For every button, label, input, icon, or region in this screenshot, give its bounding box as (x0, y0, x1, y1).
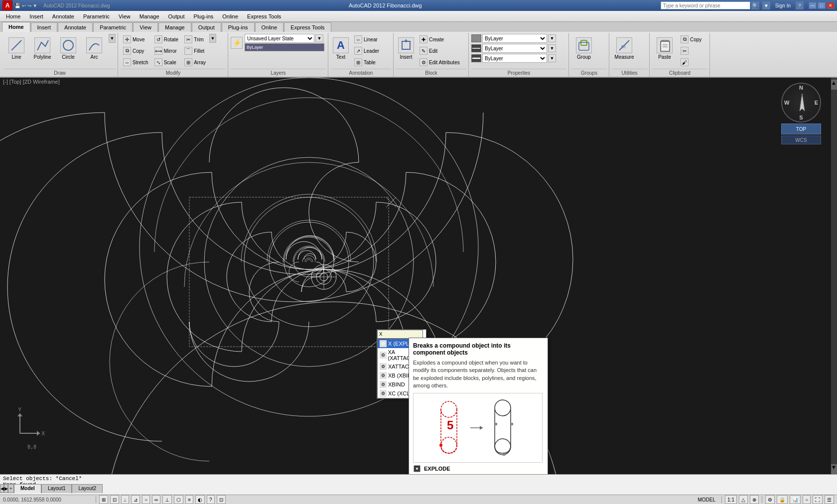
copy-button[interactable]: ⧉ Copy (121, 45, 151, 56)
isolate-objects[interactable]: ○ (803, 495, 811, 504)
color-swatch[interactable] (471, 34, 481, 42)
mirror-button[interactable]: ⟺ Mirror (152, 45, 181, 56)
tab-layout1[interactable]: Layout1 (41, 484, 72, 493)
tab-left-arrow[interactable]: ◀ (0, 484, 4, 493)
search-button[interactable]: 🔍 (751, 1, 759, 9)
lineweight-dropdown[interactable]: ByLayer (482, 54, 547, 63)
measure-button[interactable]: m Measure (612, 34, 637, 63)
tab-plugins[interactable]: Plug-ins (222, 22, 255, 32)
sign-in[interactable]: Sign In (775, 3, 791, 8)
linear-button[interactable]: ↔ Linear (352, 34, 382, 45)
copy-clip-button[interactable]: ⧉ Copy (678, 34, 704, 45)
app-icon[interactable]: A (2, 0, 12, 10)
grid-toggle[interactable]: ⊡ (110, 495, 119, 504)
ortho-toggle[interactable]: ⟂ (121, 495, 129, 504)
wcs-button[interactable]: WCS (781, 135, 821, 144)
customize-status[interactable]: ☰ (825, 495, 834, 504)
tab-manage[interactable]: Manage (158, 22, 191, 32)
move-button[interactable]: ✛ Move (121, 34, 151, 45)
tab-right-arrow[interactable]: ▶ (4, 484, 8, 493)
transparency-toggle[interactable]: ◐ (195, 495, 205, 504)
workspace-selector[interactable]: AutoCAD 2012 Fibonacci.dwg (43, 3, 110, 8)
menu-insert[interactable]: Insert (25, 12, 47, 20)
leader-button[interactable]: ↗ Leader (352, 45, 382, 56)
scroll-up-button[interactable]: ▲ (831, 80, 837, 90)
polar-toggle[interactable]: ⊿ (131, 495, 140, 504)
menu-view[interactable]: View (115, 12, 135, 20)
paste-button[interactable]: Paste (652, 34, 677, 63)
menu-manage[interactable]: Manage (136, 12, 163, 20)
draw-expand-icon[interactable]: ▼ (109, 34, 116, 43)
scrollbar-right[interactable]: ▲ ▼ (831, 78, 837, 474)
workspace-switch[interactable]: ⚙ (765, 495, 775, 504)
layer-state-expand[interactable]: ▼ (315, 34, 323, 42)
hardware-accel[interactable]: 📊 (790, 495, 801, 504)
close-button[interactable]: ✕ (827, 2, 835, 9)
annotation-visibility[interactable]: △ (739, 495, 748, 504)
array-button[interactable]: ⊞ Array (182, 57, 208, 68)
color-dropdown[interactable]: ByLayer (482, 34, 547, 43)
menu-parametric[interactable]: Parametric (79, 12, 114, 20)
lock-ui[interactable]: 🔒 (777, 495, 788, 504)
edit-attributes-button[interactable]: ⚙ Edit Attributes (417, 57, 462, 68)
menu-home[interactable]: Home (2, 12, 24, 20)
tab-annotate[interactable]: Annotate (58, 22, 93, 32)
tab-model[interactable]: Model (14, 484, 41, 493)
modify-expand[interactable]: ▼ (209, 34, 216, 44)
snap-toggle[interactable]: ⊞ (99, 495, 108, 504)
menu-plugins[interactable]: Plug-ins (190, 12, 218, 20)
annotation-auto[interactable]: ⊕ (750, 495, 759, 504)
menu-online[interactable]: Online (218, 12, 242, 20)
compass-top-button[interactable]: TOP (781, 124, 821, 134)
rotate-button[interactable]: ↺ Rotate (152, 34, 181, 45)
arc-button[interactable]: Arc (82, 34, 107, 63)
linetype-expand[interactable]: ▼ (548, 44, 556, 52)
qp-toggle[interactable]: ? (207, 495, 215, 504)
lineweight-expand[interactable]: ▼ (548, 54, 556, 62)
layer-state-dropdown[interactable]: Unsaved Layer State (245, 34, 314, 43)
tab-online[interactable]: Online (255, 22, 284, 32)
sel-toggle[interactable]: ⊡ (217, 495, 226, 504)
minimize-button[interactable]: — (809, 2, 817, 9)
circle-button[interactable]: Circle (56, 34, 81, 63)
edit-button[interactable]: ✎ Edit (417, 45, 462, 56)
scale-button[interactable]: ⤡ Scale (152, 57, 181, 68)
line-button[interactable]: Line (4, 34, 29, 63)
menu-express-tools[interactable]: Express Tools (243, 12, 285, 20)
tab-layout2[interactable]: Layout2 (72, 484, 103, 493)
search-input[interactable] (661, 1, 750, 9)
cut-button[interactable]: ✂ (678, 45, 704, 56)
color-expand[interactable]: ▼ (548, 34, 556, 42)
insert-button[interactable]: Insert (396, 34, 416, 63)
stretch-button[interactable]: ↔ Stretch (121, 57, 151, 68)
text-button[interactable]: A Text (331, 34, 351, 63)
tab-insert[interactable]: Insert (31, 22, 58, 32)
draw-expand[interactable]: ▼ (109, 34, 116, 43)
layer-properties-icon[interactable]: ⚡ (231, 37, 243, 49)
tab-home[interactable]: Home (2, 22, 30, 32)
search-options[interactable]: ▼ (762, 1, 770, 9)
tab-view[interactable]: View (133, 22, 158, 32)
create-button[interactable]: ✚ Create (417, 34, 462, 45)
linetype-dropdown[interactable]: ByLayer (482, 44, 547, 53)
polyline-button[interactable]: Polyline (30, 34, 55, 63)
allow-toggle[interactable]: ⊥ (162, 495, 172, 504)
tab-express-tools[interactable]: Express Tools (284, 22, 331, 32)
maximize-button[interactable]: □ (818, 2, 826, 9)
table-button[interactable]: ⊞ Table (352, 57, 382, 68)
scroll-down-button[interactable]: ▼ (831, 464, 837, 474)
dyn-toggle[interactable]: ⬡ (174, 495, 183, 504)
menu-annotate[interactable]: Annotate (48, 12, 78, 20)
format-painter-button[interactable]: 🖌 (678, 57, 704, 68)
annotation-scale[interactable]: 1:1 (725, 495, 737, 504)
fillet-button[interactable]: ⌒ Fillet (182, 45, 208, 56)
osnap-toggle[interactable]: ○ (142, 495, 150, 504)
tab-parametric[interactable]: Parametric (93, 22, 133, 32)
trim-button[interactable]: ✂ Trim (182, 34, 208, 45)
tab-add-button[interactable]: + (8, 484, 14, 493)
help-icon[interactable]: ? (796, 1, 804, 9)
otrack-toggle[interactable]: ∞ (152, 495, 160, 504)
group-button[interactable]: Group (571, 34, 596, 63)
menu-output[interactable]: Output (164, 12, 189, 20)
lineweight-toggle[interactable]: ≡ (185, 495, 193, 504)
